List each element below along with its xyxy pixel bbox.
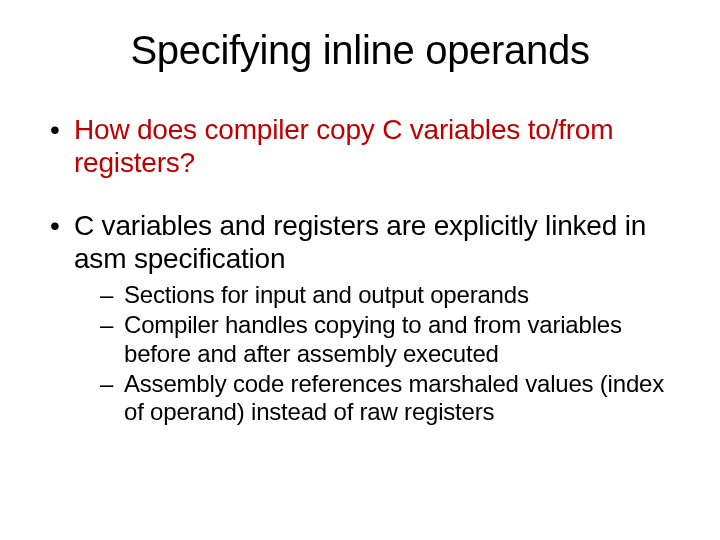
bullet-text: How does compiler copy C variables to/fr… — [74, 114, 613, 178]
bullet-text: C variables and registers are explicitly… — [74, 210, 646, 274]
bullet-list: How does compiler copy C variables to/fr… — [44, 113, 676, 427]
list-item: Compiler handles copying to and from var… — [74, 311, 676, 368]
list-item: How does compiler copy C variables to/fr… — [44, 113, 676, 179]
sub-bullet-text: Assembly code references marshaled value… — [124, 370, 664, 425]
list-item: Assembly code references marshaled value… — [74, 370, 676, 427]
sub-bullet-text: Compiler handles copying to and from var… — [124, 311, 622, 366]
sub-bullet-list: Sections for input and output operands C… — [74, 281, 676, 427]
slide-title: Specifying inline operands — [44, 28, 676, 73]
sub-bullet-text: Sections for input and output operands — [124, 281, 529, 308]
list-item: Sections for input and output operands — [74, 281, 676, 309]
list-item: C variables and registers are explicitly… — [44, 209, 676, 427]
slide: Specifying inline operands How does comp… — [0, 0, 720, 540]
